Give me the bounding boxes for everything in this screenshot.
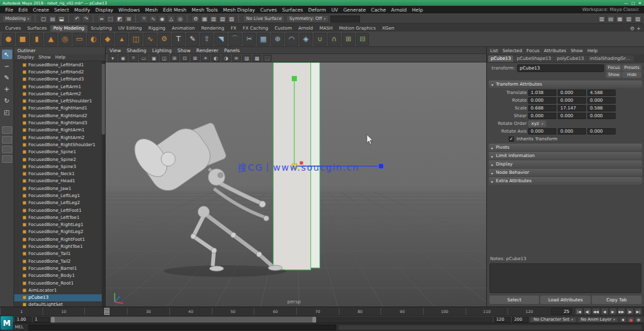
menu-item[interactable]: Edit Mesh	[160, 7, 189, 13]
attribute-editor-mini-button[interactable]: Show	[606, 71, 622, 78]
value-field-x[interactable]: 1.038	[528, 90, 556, 96]
playback-end-field[interactable]: 200	[512, 317, 529, 323]
outliner-item[interactable]: FocusedBone_LeftShoulder1	[14, 97, 102, 104]
layout-persp-graph-button[interactable]	[2, 155, 12, 163]
scrollbar-thumb[interactable]	[102, 64, 105, 135]
polygon-torus-icon[interactable]: ◎	[59, 33, 71, 46]
outliner-scrollbar[interactable]	[102, 61, 105, 307]
rotate-order-select[interactable]: xyz ▾	[528, 120, 546, 127]
sculpt-tool-icon[interactable]: ✎	[186, 33, 199, 46]
outliner-item[interactable]: FocusedBone_Spine3	[14, 163, 102, 170]
quick-input-field[interactable]	[330, 15, 360, 23]
polygon-type-icon[interactable]: T	[172, 33, 185, 46]
outliner-item[interactable]: FocusedBone_LeftArm1	[14, 83, 102, 90]
isolate-select-icon[interactable]: ⬚	[263, 55, 272, 62]
viewport-menu-item[interactable]: Renderer	[196, 48, 218, 53]
shelf-tab[interactable]: Rigging	[145, 25, 169, 32]
polygon-helix-icon[interactable]: ∿	[144, 33, 156, 46]
menu-item[interactable]: Mesh Display	[220, 7, 258, 13]
shadows-icon[interactable]: ◐	[211, 55, 220, 62]
select-camera-icon[interactable]: ▾	[108, 55, 117, 62]
render-current-frame-icon[interactable]: ▥	[209, 15, 218, 23]
outliner-item[interactable]: FocusedBone_LeftLeg1	[14, 192, 102, 199]
layout-single-pane-button[interactable]	[2, 126, 12, 134]
outliner-item[interactable]: AimLocator1	[14, 287, 102, 294]
polygon-disc-icon[interactable]: ◐	[87, 33, 100, 46]
outliner-item[interactable]: FocusedBone_RightHand1	[14, 105, 102, 112]
attribute-editor-button[interactable]: Load Attributes	[540, 296, 590, 304]
menu-item[interactable]: Display	[93, 7, 116, 13]
open-render-view-icon[interactable]: ▦	[200, 15, 209, 23]
move-tool-icon[interactable]: +	[2, 84, 12, 94]
outliner-item[interactable]: FocusedBone_RightArm1	[14, 127, 102, 134]
menu-item[interactable]: Mesh	[142, 7, 160, 13]
value-field-x[interactable]: 0.000	[528, 113, 556, 119]
range-slider-track[interactable]	[51, 317, 493, 323]
range-slider-range[interactable]	[51, 317, 316, 323]
viewport-menu-item[interactable]: Shading	[127, 48, 146, 53]
current-time-marker[interactable]	[104, 308, 109, 315]
outliner-item[interactable]: FocusedBone_Tail2	[14, 258, 102, 265]
play-backwards-button[interactable]: ◀	[601, 308, 609, 315]
outliner-item[interactable]: FocusedBone_Spine1	[14, 149, 102, 156]
collapsed-section-header[interactable]: ▸ Pivots	[489, 144, 642, 151]
outliner-item[interactable]: FocusedBone_RightFoot1	[14, 236, 102, 243]
paint-select-tool-icon[interactable]: ✎	[2, 73, 12, 82]
live-surface-field[interactable]: No Live Surface	[243, 15, 285, 23]
attribute-editor-tab[interactable]: polyCube13	[554, 55, 587, 62]
scale-tool-icon[interactable]: ◰	[2, 108, 12, 117]
new-scene-icon[interactable]: ▢	[39, 15, 48, 23]
symmetry-selector[interactable]: Symmetry: Off ▾	[286, 15, 328, 23]
step-forward-key-button[interactable]: ▶▶	[618, 308, 625, 315]
collapsed-section-header[interactable]: ▸ Node Behavior	[489, 169, 642, 176]
boolean-union-icon[interactable]: ∪	[314, 33, 327, 46]
range-end-handle[interactable]	[312, 317, 316, 323]
attribute-editor-toggle-icon[interactable]: ▦	[616, 15, 624, 23]
set-key-icon[interactable]: ♦	[620, 317, 627, 323]
smooth-icon[interactable]: ◠	[285, 33, 298, 46]
attribute-editor-mini-button[interactable]: Presets	[622, 64, 641, 71]
anim-layer-selector[interactable]: No Anim Layer ▾	[578, 317, 618, 323]
value-field-x[interactable]: 0.000	[528, 97, 556, 104]
attribute-editor-menu-item[interactable]: List	[490, 48, 498, 53]
value-field-z[interactable]: 0.000	[587, 128, 616, 135]
field-chart-icon[interactable]: ⊞	[170, 55, 179, 62]
outliner-item[interactable]: FocusedBone_RightHand2	[14, 112, 102, 119]
viewport-menu-item[interactable]: Show	[178, 48, 191, 53]
time-tick[interactable]: 50	[212, 308, 254, 315]
value-field-x[interactable]: 0.688	[528, 105, 556, 111]
grid-icon[interactable]: ⌗	[129, 55, 138, 62]
attribute-editor-tab[interactable]: initialShadingGroup	[587, 55, 634, 62]
layout-persp-outliner-button[interactable]	[2, 146, 12, 153]
attribute-editor-button[interactable]: Select	[489, 296, 539, 304]
polygon-pipe-icon[interactable]: ◫	[129, 33, 142, 46]
polygon-cube-icon[interactable]: ■	[16, 33, 29, 46]
outliner-item[interactable]: FocusedBone_RightLeg1	[14, 222, 102, 229]
shelf-tab[interactable]: XGen	[379, 25, 397, 32]
value-field-y[interactable]: 0.000	[558, 97, 586, 104]
viewport-menu-item[interactable]: View	[109, 48, 121, 53]
value-field-y[interactable]: 17.147	[558, 105, 586, 111]
shelf-tab[interactable]: Custom	[271, 25, 295, 32]
shelf-tab[interactable]: UV Editing	[115, 25, 146, 32]
shelf-tab[interactable]: Curves	[2, 25, 24, 32]
time-tick[interactable]: 60	[254, 308, 296, 315]
quad-draw-icon[interactable]: ▦	[257, 33, 270, 46]
command-input[interactable]	[28, 325, 336, 330]
boolean-difference-icon[interactable]: ∩	[328, 33, 341, 46]
menu-item[interactable]: Deform	[305, 7, 328, 13]
rotate-tool-icon[interactable]: ↻	[2, 96, 12, 106]
shelf-tab[interactable]: Arnold	[295, 25, 316, 32]
outliner-menu-item[interactable]: Help	[55, 55, 66, 60]
snap-curve-icon[interactable]: ∿	[149, 15, 157, 23]
polygon-pyramid-icon[interactable]: ▴	[115, 33, 128, 46]
attribute-editor-menu-item[interactable]: Attributes	[544, 48, 567, 53]
outliner-item[interactable]: FocusedBone_Tail1	[14, 251, 102, 258]
resolution-gate-icon[interactable]: ▣	[149, 55, 158, 62]
collapsed-section-header[interactable]: ▸ Extra Attributes	[489, 177, 642, 185]
polygon-cylinder-icon[interactable]: ▮	[30, 33, 43, 46]
outliner-item[interactable]: FocusedBone_LeftArm2	[14, 90, 102, 97]
command-language-label[interactable]: MEL	[15, 325, 26, 330]
safe-action-icon[interactable]: ⊡	[180, 55, 189, 62]
wireframe-on-shaded-icon[interactable]: ▩	[252, 55, 261, 62]
